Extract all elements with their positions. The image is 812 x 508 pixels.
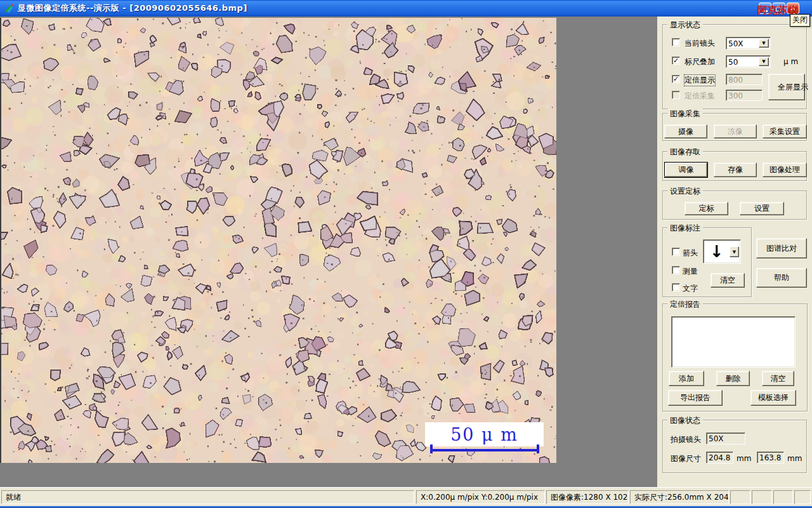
- calibrate-button[interactable]: 定标: [684, 202, 728, 215]
- label-width-unit: mm: [737, 454, 751, 463]
- group-image-storage: 图像存取 调像 存像 图像处理: [662, 151, 807, 181]
- image-viewport: 50 μ m: [0, 17, 657, 487]
- combo-dropdown-icon[interactable]: [759, 39, 769, 48]
- combo-current-lens[interactable]: 50X: [726, 37, 771, 50]
- group-calibration: 设置定标 定标 设置: [662, 190, 807, 220]
- capture-lens-field: 50X: [706, 432, 745, 444]
- report-listbox[interactable]: [671, 316, 796, 368]
- label-text: 文字: [683, 283, 698, 294]
- group-annotation: 图像标注 箭头 测量 文字 ↓ 清空: [662, 227, 752, 297]
- fullscreen-button-label: 全屏显示: [778, 83, 796, 92]
- image-width-field: 204.8: [706, 451, 733, 464]
- restore-icon: [776, 7, 781, 11]
- label-height-unit: mm: [787, 454, 802, 463]
- group-annotation-title: 图像标注: [667, 223, 703, 234]
- label-capture-lens: 拍摄镜头: [671, 434, 701, 445]
- fullscreen-button[interactable]: 全屏显示: [768, 74, 805, 100]
- close-icon: ✕: [790, 4, 796, 12]
- micrograph-canvas: [1, 18, 556, 463]
- help-button[interactable]: 帮助: [756, 268, 807, 288]
- image-height-field: 163.8: [757, 451, 784, 464]
- image-processing-button[interactable]: 图像处理: [763, 163, 807, 177]
- scalebar-tick-right: [537, 444, 539, 453]
- group-report: 定倍报告 添加 删除 清空 导出报告 模板选择: [662, 304, 808, 411]
- label-image-size: 图像尺寸: [671, 453, 701, 464]
- combo-ruler-size[interactable]: 50: [726, 55, 771, 68]
- status-empty-cell: [773, 490, 793, 504]
- close-button[interactable]: ✕: [787, 3, 799, 14]
- status-image-pixels: 图像像素:1280 X 1024: [546, 490, 629, 504]
- status-empty-cell: [794, 490, 811, 504]
- label-fixed-display: 定倍显示: [684, 75, 715, 86]
- save-image-button[interactable]: 存像: [714, 163, 757, 177]
- group-calibration-title: 设置定标: [667, 186, 703, 197]
- settings-button[interactable]: 设置: [740, 202, 784, 215]
- report-add-button[interactable]: 添加: [669, 371, 704, 386]
- annotation-clear-button[interactable]: 清空: [710, 273, 745, 288]
- status-bar: 就绪 X:0.200μ m/pix Y:0.200μ m/pix 图像像素:12…: [0, 487, 812, 506]
- title-bar: 显微图像定倍系统--演示版 - [20090602055646.bmp] ✕: [0, 0, 812, 17]
- checkbox-ruler-overlay[interactable]: ✓: [672, 57, 680, 65]
- label-ruler-overlay: 标尺叠加: [684, 57, 715, 67]
- check-mark: ✓: [673, 57, 679, 64]
- checkbox-fixed-capture: [672, 91, 680, 99]
- group-image-status-title: 图像状态: [667, 415, 703, 426]
- combo-dropdown-icon[interactable]: [759, 57, 769, 66]
- input-fixed-capture: 300: [726, 90, 763, 101]
- label-current-lens: 当前镜头: [684, 38, 715, 49]
- down-arrow-icon: ↓: [704, 240, 730, 263]
- capture-settings-button[interactable]: 采集设置: [763, 124, 807, 138]
- template-select-button[interactable]: 模板选择: [750, 390, 796, 406]
- group-image-status: 图像状态 拍摄镜头 50X 图像尺寸 204.8 mm 163.8 mm: [662, 420, 807, 473]
- minimize-icon: [763, 10, 768, 12]
- checkbox-fixed-display[interactable]: ✓: [672, 75, 680, 83]
- group-display-status: 显示状态 当前镜头 50X ✓ 标尺叠加 50 μ m ✓ 定倍显示 800: [662, 24, 807, 109]
- app-icon: [4, 3, 14, 13]
- status-pixel-scale: X:0.200μ m/pix Y:0.200μ m/pix: [416, 490, 545, 504]
- status-empty-cell: [752, 490, 772, 504]
- arrow-style-combo[interactable]: ↓: [703, 239, 741, 264]
- label-arrow: 箭头: [683, 248, 698, 258]
- report-delete-button[interactable]: 删除: [716, 371, 750, 386]
- load-image-button[interactable]: 调像: [665, 163, 707, 177]
- label-measure: 测量: [683, 266, 698, 277]
- group-display-status-title: 显示状态: [667, 20, 703, 30]
- client-area: 50 μ m 显示状态 当前镜头 50X ✓ 标尺叠加 50: [0, 17, 812, 487]
- checkbox-text[interactable]: [672, 283, 680, 291]
- scalebar-line: [430, 449, 539, 451]
- group-image-capture: 图像采集 摄像 冻像 采集设置: [662, 113, 807, 141]
- input-fixed-display: 800: [726, 74, 763, 85]
- restore-button[interactable]: [773, 3, 785, 14]
- scalebar-tick-left: [430, 444, 433, 453]
- check-mark: ✓: [673, 76, 679, 83]
- checkbox-current-lens[interactable]: [672, 38, 680, 46]
- checkbox-measure[interactable]: [672, 266, 680, 274]
- report-clear-button[interactable]: 清空: [762, 371, 794, 386]
- export-report-button[interactable]: 导出报告: [668, 390, 723, 406]
- checkbox-arrow[interactable]: [672, 248, 680, 256]
- minimize-button[interactable]: [759, 3, 771, 14]
- scalebar-label: 50 μ m: [450, 425, 518, 444]
- atlas-compare-button[interactable]: 图谱比对: [756, 238, 807, 258]
- group-report-title: 定倍报告: [667, 299, 703, 310]
- shoot-button[interactable]: 摄像: [664, 124, 707, 138]
- scalebar: 50 μ m: [425, 422, 544, 446]
- close-tooltip: 关闭: [790, 14, 810, 27]
- status-actual-size: 实际尺寸:256.0mm X 204.8mm: [630, 490, 729, 504]
- status-empty-cell: [730, 490, 750, 504]
- combo-dropdown-icon[interactable]: [730, 246, 739, 257]
- group-image-storage-title: 图像存取: [667, 147, 703, 157]
- status-ready: 就绪: [1, 490, 414, 504]
- label-fixed-capture: 定倍采集: [684, 91, 715, 102]
- window-title: 显微图像定倍系统--演示版 - [20090602055646.bmp]: [18, 3, 247, 14]
- label-ruler-unit: μ m: [783, 57, 798, 66]
- freeze-button: 冻像: [714, 124, 757, 138]
- microscope-image[interactable]: 50 μ m: [1, 18, 556, 463]
- group-image-capture-title: 图像采集: [667, 109, 703, 119]
- control-panel: 显示状态 当前镜头 50X ✓ 标尺叠加 50 μ m ✓ 定倍显示 800: [657, 17, 812, 487]
